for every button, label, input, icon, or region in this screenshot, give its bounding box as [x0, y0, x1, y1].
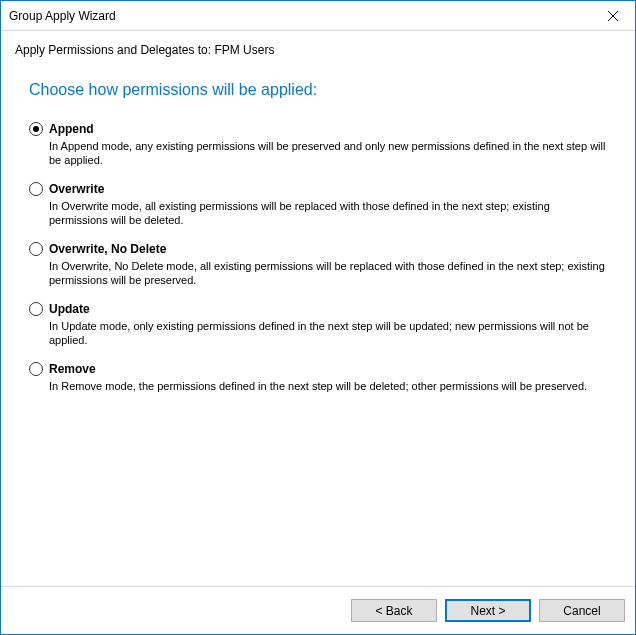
option-description: In Overwrite, No Delete mode, all existi…: [49, 259, 609, 287]
radio-remove[interactable]: [29, 362, 43, 376]
option-description: In Update mode, only existing permission…: [49, 319, 609, 347]
option-label: Overwrite: [49, 181, 615, 197]
option-update[interactable]: Update In Update mode, only existing per…: [29, 301, 615, 347]
window-title: Group Apply Wizard: [9, 9, 116, 23]
content-area: Choose how permissions will be applied: …: [1, 63, 635, 586]
radio-overwrite[interactable]: [29, 182, 43, 196]
wizard-window: Group Apply Wizard Apply Permissions and…: [0, 0, 636, 635]
page-heading: Choose how permissions will be applied:: [29, 81, 615, 99]
option-remove[interactable]: Remove In Remove mode, the permissions d…: [29, 361, 615, 393]
next-button[interactable]: Next >: [445, 599, 531, 622]
close-icon: [608, 11, 618, 21]
option-label: Remove: [49, 361, 615, 377]
titlebar: Group Apply Wizard: [1, 1, 635, 31]
subtitle: Apply Permissions and Delegates to: FPM …: [1, 31, 635, 63]
footer: < Back Next > Cancel: [1, 586, 635, 634]
option-overwrite[interactable]: Overwrite In Overwrite mode, all existin…: [29, 181, 615, 227]
option-description: In Overwrite mode, all existing permissi…: [49, 199, 609, 227]
close-button[interactable]: [590, 1, 635, 30]
radio-append[interactable]: [29, 122, 43, 136]
option-overwrite-no-delete[interactable]: Overwrite, No Delete In Overwrite, No De…: [29, 241, 615, 287]
option-label: Update: [49, 301, 615, 317]
option-append[interactable]: Append In Append mode, any existing perm…: [29, 121, 615, 167]
cancel-button[interactable]: Cancel: [539, 599, 625, 622]
option-description: In Append mode, any existing permissions…: [49, 139, 609, 167]
option-label: Overwrite, No Delete: [49, 241, 615, 257]
back-button[interactable]: < Back: [351, 599, 437, 622]
radio-update[interactable]: [29, 302, 43, 316]
option-label: Append: [49, 121, 615, 137]
radio-overwrite-no-delete[interactable]: [29, 242, 43, 256]
option-description: In Remove mode, the permissions defined …: [49, 379, 609, 393]
